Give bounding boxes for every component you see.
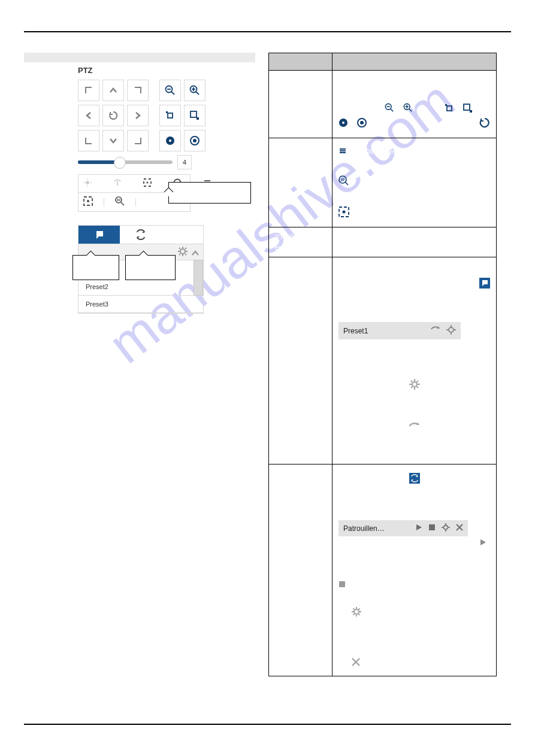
center-icon[interactable]	[143, 178, 152, 189]
svg-line-76	[411, 387, 413, 388]
tab-trace[interactable]	[162, 226, 203, 244]
ptz-panel-title: PTZ	[78, 62, 255, 80]
patrol-icon	[409, 473, 420, 484]
chevron-up-icon[interactable]	[191, 249, 200, 259]
preset-demo-label: Preset1	[343, 327, 368, 335]
svg-rect-49	[445, 104, 447, 106]
zoom-3d-icon: 3D	[338, 175, 349, 187]
table-row: PTZ-Priorität einstellen Legen Sie Prior…	[269, 227, 497, 257]
svg-line-37	[179, 248, 180, 249]
ptz-down-left[interactable]	[78, 130, 99, 151]
iris-close-icon[interactable]	[159, 130, 181, 151]
close-icon	[352, 658, 360, 667]
iris-open-icon	[357, 118, 367, 129]
svg-line-39	[179, 254, 180, 255]
ptz-right[interactable]	[127, 105, 149, 126]
svg-rect-78	[429, 524, 435, 530]
gear-icon	[446, 325, 456, 336]
svg-point-12	[169, 139, 171, 142]
zoom-3d-icon[interactable]: 3D	[115, 196, 125, 208]
ptz-up[interactable]	[102, 80, 124, 101]
patrol-demo-label: Patrouillen…	[343, 524, 385, 533]
list-item[interactable]: Preset3	[78, 296, 203, 313]
svg-line-93	[359, 614, 360, 615]
gear-icon[interactable]	[178, 247, 188, 258]
gear-icon	[442, 523, 450, 533]
gear-icon	[409, 379, 420, 391]
svg-line-45	[409, 109, 411, 111]
svg-point-87	[354, 609, 359, 614]
iris-open-icon[interactable]	[184, 130, 205, 151]
ptz-up-left[interactable]	[78, 80, 99, 101]
tab-preset[interactable]	[78, 226, 120, 244]
ptz-speed-slider[interactable]	[78, 160, 173, 164]
tracking-icon[interactable]	[83, 196, 93, 208]
zoom-out-icon	[385, 103, 394, 114]
svg-rect-50	[464, 104, 470, 110]
table-row: Patrouillen- route ein- stellen und aufr…	[269, 464, 497, 676]
svg-line-40	[185, 248, 186, 249]
svg-line-92	[353, 609, 355, 610]
svg-point-28	[87, 200, 89, 202]
table-header: Taste	[269, 53, 333, 71]
svg-point-55	[360, 121, 364, 125]
patrol-demo-row: Patrouillen…	[338, 520, 468, 536]
svg-line-42	[390, 109, 392, 111]
wiper-icon[interactable]	[113, 178, 122, 189]
scrollbar-thumb[interactable]	[194, 260, 203, 296]
ptz-up-right[interactable]	[127, 80, 149, 101]
svg-line-1	[171, 92, 174, 95]
menu-icon	[338, 147, 347, 156]
stop-icon	[428, 524, 436, 533]
svg-point-14	[193, 139, 197, 142]
preset-flag-icon	[479, 278, 490, 289]
svg-point-69	[412, 382, 417, 387]
svg-line-4	[196, 92, 199, 95]
footer-page: 83	[504, 737, 511, 744]
light-icon[interactable]	[83, 178, 92, 189]
svg-line-77	[416, 381, 418, 382]
zoom-in-icon	[403, 103, 413, 114]
preset-tabs	[78, 225, 204, 244]
svg-line-95	[359, 609, 360, 610]
gear-icon	[352, 607, 361, 618]
table-header: Beschreibung	[333, 53, 497, 71]
svg-rect-8	[166, 111, 168, 113]
svg-text:3D: 3D	[117, 198, 121, 202]
ptz-left[interactable]	[78, 105, 99, 126]
table-row: Andere Funktionen zum Öffnen der Kamera …	[269, 138, 497, 227]
svg-point-63	[343, 211, 346, 214]
tracking-icon	[338, 207, 349, 218]
preset-list: Preset aufrufen Preset festlegen Preset2…	[78, 244, 204, 314]
svg-point-79	[444, 526, 448, 530]
lens-clean-icon	[479, 117, 490, 129]
figure-caption: PTZ-Steuerung	[24, 53, 255, 62]
svg-line-75	[416, 387, 418, 388]
tab-patrol[interactable]	[120, 226, 161, 244]
svg-rect-9	[191, 111, 197, 117]
focus-far-icon	[463, 103, 472, 114]
ptz-speed-value: 4	[177, 155, 192, 169]
play-icon	[415, 524, 422, 533]
svg-rect-51	[470, 110, 472, 113]
focus-near-icon[interactable]	[159, 105, 181, 126]
ptz-down[interactable]	[102, 130, 124, 151]
goto-icon	[409, 422, 420, 432]
focus-far-icon[interactable]	[184, 105, 205, 126]
zoom-out-icon[interactable]	[159, 80, 181, 101]
ptz-center[interactable]	[102, 105, 124, 126]
preset-demo-row: Preset1	[338, 322, 461, 339]
svg-line-31	[121, 202, 124, 205]
svg-rect-7	[168, 113, 173, 118]
svg-rect-86	[339, 581, 345, 587]
description-table: Taste Beschreibung Zoom, Fokus, Blende e…	[268, 53, 497, 676]
ptz-down-right[interactable]	[127, 130, 149, 151]
table-row: Zoom, Fokus, Blende einstellen und Linse…	[269, 71, 497, 138]
close-icon	[456, 524, 463, 533]
svg-point-15	[86, 181, 89, 184]
svg-rect-10	[197, 117, 199, 120]
svg-line-61	[345, 182, 348, 185]
list-item[interactable]: Preset2	[78, 278, 203, 296]
iris-close-icon	[338, 118, 348, 129]
zoom-in-icon[interactable]	[184, 80, 205, 101]
